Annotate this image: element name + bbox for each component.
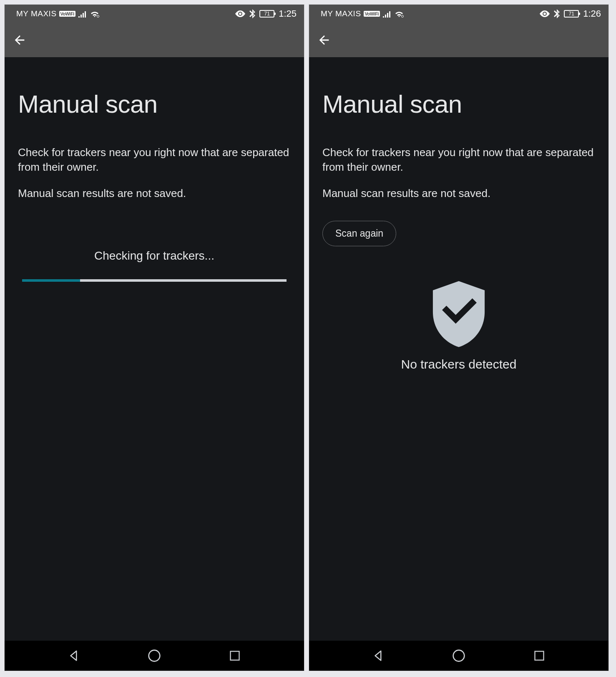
wifi-icon	[90, 10, 100, 18]
back-button[interactable]	[314, 30, 334, 50]
result-area: No trackers detected	[322, 278, 595, 371]
progress-area: Checking for trackers...	[18, 249, 291, 282]
description-2: Manual scan results are not saved.	[322, 187, 595, 200]
page-title: Manual scan	[18, 90, 291, 119]
wifi-icon	[394, 10, 404, 18]
svg-rect-2	[230, 652, 239, 660]
svg-point-0	[97, 15, 99, 18]
phone-screen-scanning: MY MAXIS VoWiFi 71 1:25 Manual scan	[4, 4, 304, 671]
carrier-label: MY MAXIS	[16, 9, 57, 18]
battery-level: 71	[264, 11, 269, 17]
svg-point-1	[149, 650, 160, 662]
shield-check-icon	[322, 278, 595, 349]
description-2: Manual scan results are not saved.	[18, 187, 291, 200]
cellular-signal-icon	[78, 10, 87, 18]
page-title: Manual scan	[322, 90, 595, 119]
app-bar	[5, 23, 304, 57]
nav-back-button[interactable]	[61, 643, 86, 668]
battery-level: 71	[568, 11, 574, 17]
vowifi-badge: VoWiFi	[59, 11, 75, 17]
nav-home-button[interactable]	[142, 643, 167, 668]
nav-recents-button[interactable]	[527, 643, 552, 668]
status-bar: MY MAXIS VoWiFi 71 1:25	[5, 5, 304, 23]
arrow-back-icon	[317, 33, 331, 47]
progress-fill	[22, 279, 80, 282]
vowifi-badge: VoWiFi	[364, 11, 380, 17]
description-1: Check for trackers near you right now th…	[18, 145, 291, 174]
app-bar	[309, 23, 608, 57]
bluetooth-icon	[554, 9, 560, 18]
content-area: Manual scan Check for trackers near you …	[5, 57, 304, 641]
nav-recents-button[interactable]	[222, 643, 247, 668]
status-bar: MY MAXIS VoWiFi 71 1:26	[309, 5, 608, 23]
navigation-bar	[309, 641, 608, 671]
svg-rect-5	[535, 652, 543, 660]
progress-bar	[22, 279, 287, 282]
result-label: No trackers detected	[322, 357, 595, 371]
svg-point-4	[453, 650, 465, 662]
bluetooth-icon	[249, 9, 255, 18]
battery-indicator: 71	[564, 10, 579, 18]
carrier-label: MY MAXIS	[321, 9, 361, 18]
nav-home-button[interactable]	[446, 643, 471, 668]
arrow-back-icon	[13, 33, 27, 47]
progress-label: Checking for trackers...	[18, 249, 291, 263]
battery-indicator: 71	[259, 10, 274, 18]
cellular-signal-icon	[382, 10, 392, 18]
svg-point-3	[401, 15, 403, 18]
content-area: Manual scan Check for trackers near you …	[309, 57, 608, 641]
back-button[interactable]	[10, 30, 30, 50]
description-1: Check for trackers near you right now th…	[322, 145, 595, 174]
phone-screen-results: MY MAXIS VoWiFi 71 1:26 Manual scan	[309, 4, 609, 671]
clock: 1:25	[279, 8, 297, 19]
clock: 1:26	[583, 8, 601, 19]
eye-icon	[540, 10, 550, 17]
eye-icon	[235, 10, 245, 17]
navigation-bar	[5, 641, 304, 671]
scan-again-button[interactable]: Scan again	[322, 221, 396, 246]
nav-back-button[interactable]	[366, 643, 391, 668]
